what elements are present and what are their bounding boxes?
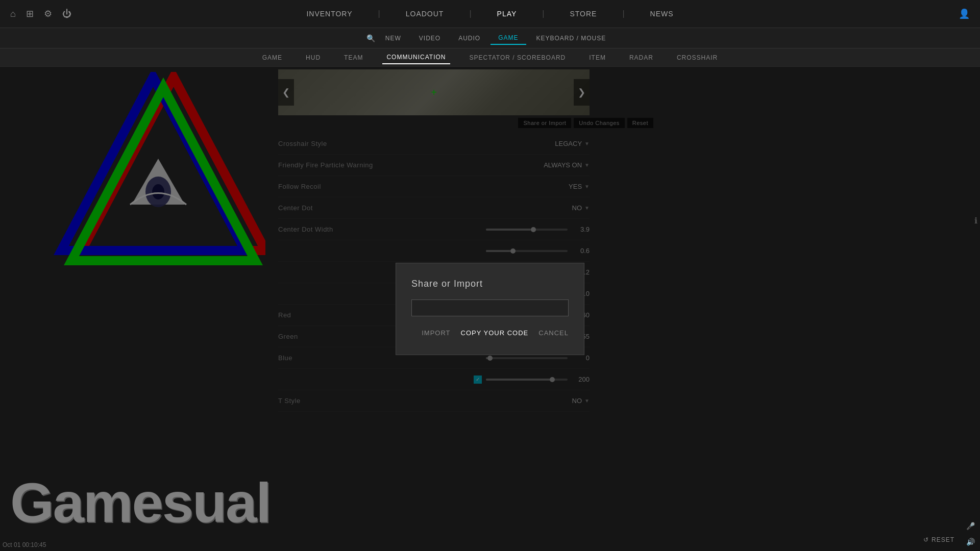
reset-bottom-button[interactable]: ↺ RESET <box>923 536 954 543</box>
subtab-spectator-scoreboard[interactable]: SPECTATOR / SCOREBOARD <box>465 52 570 64</box>
nav-sep-4: | <box>622 9 624 18</box>
dialog-copy-code-button[interactable]: COPY YOUR CODE <box>461 327 529 339</box>
timestamp: Oct 01 00:10:45 <box>3 541 46 548</box>
sub-navigation: GAME HUD TEAM COMMUNICATION SPECTATOR / … <box>0 48 980 67</box>
subtab-game[interactable]: GAME <box>258 52 286 64</box>
mic-icon[interactable]: 🎤 <box>966 522 975 530</box>
nav-news[interactable]: NEWS <box>650 10 674 18</box>
tab-keyboard-mouse[interactable]: KEYBOARD / MOUSE <box>529 32 614 44</box>
subtab-hud[interactable]: HUD <box>302 52 325 64</box>
top-nav-menu: INVENTORY | LOADOUT | PLAY | STORE | NEW… <box>306 9 673 18</box>
dialog-code-input[interactable] <box>411 299 569 316</box>
nav-play[interactable]: PLAY <box>497 10 517 18</box>
dialog-import-button[interactable]: IMPORT <box>422 327 450 339</box>
top-nav-left-icons: ⌂ ⊞ ⚙ ⏻ <box>10 8 71 19</box>
main-content: + ❮ ❯ Share or Import Undo Changes Reset… <box>0 67 980 551</box>
subtab-crosshair[interactable]: CROSSHAIR <box>673 52 722 64</box>
speaker-icon[interactable]: 🔊 <box>966 538 975 546</box>
tab-new[interactable]: NEW <box>378 32 409 44</box>
subtab-communication[interactable]: COMMUNICATION <box>382 51 450 64</box>
dialog-overlay: Share or Import IMPORT COPY YOUR CODE CA… <box>0 67 980 551</box>
gear-icon[interactable]: ⚙ <box>44 8 52 19</box>
dialog-cancel-button[interactable]: CANCEL <box>538 327 569 339</box>
bottom-right-icons: 🎤 🔊 <box>966 522 975 546</box>
top-navigation: ⌂ ⊞ ⚙ ⏻ INVENTORY | LOADOUT | PLAY | STO… <box>0 0 980 28</box>
tab-game[interactable]: GAME <box>491 32 526 45</box>
power-icon[interactable]: ⏻ <box>62 9 71 19</box>
home-icon[interactable]: ⌂ <box>10 9 16 19</box>
grid-icon[interactable]: ⊞ <box>26 8 34 19</box>
nav-loadout[interactable]: LOADOUT <box>406 10 444 18</box>
top-nav-right: 👤 <box>959 8 970 19</box>
nav-inventory[interactable]: INVENTORY <box>306 10 352 18</box>
settings-nav: 🔍 NEW VIDEO AUDIO GAME KEYBOARD / MOUSE <box>0 28 980 48</box>
right-info-icon[interactable]: ℹ <box>974 216 977 226</box>
nav-sep-2: | <box>469 9 471 18</box>
tab-video[interactable]: VIDEO <box>411 32 448 44</box>
subtab-item[interactable]: ITEM <box>585 52 610 64</box>
share-import-dialog: Share or Import IMPORT COPY YOUR CODE CA… <box>396 263 584 355</box>
nav-store[interactable]: STORE <box>570 10 597 18</box>
search-icon[interactable]: 🔍 <box>366 34 375 42</box>
tab-audio[interactable]: AUDIO <box>451 32 488 44</box>
account-icon[interactable]: 👤 <box>959 8 970 19</box>
nav-sep-3: | <box>542 9 544 18</box>
reset-icon: ↺ <box>923 536 929 543</box>
dialog-title: Share or Import <box>411 279 569 289</box>
subtab-radar[interactable]: RADAR <box>625 52 657 64</box>
subtab-team[interactable]: TEAM <box>340 52 367 64</box>
nav-sep-1: | <box>378 9 380 18</box>
reset-label: RESET <box>932 536 954 543</box>
dialog-buttons: IMPORT COPY YOUR CODE CANCEL <box>411 327 569 339</box>
